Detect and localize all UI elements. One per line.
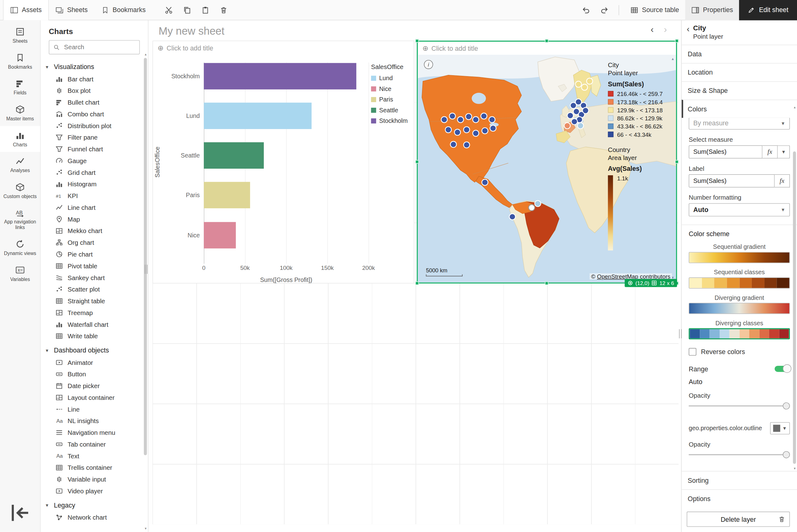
fx-button[interactable]: fx bbox=[775, 174, 790, 187]
number-formatting-dropdown[interactable]: Auto ▼ bbox=[689, 203, 790, 216]
asset-item-tab-container[interactable]: Tab container bbox=[40, 439, 148, 450]
asset-item-video-player[interactable]: Video player bbox=[40, 485, 148, 497]
section-size-shape[interactable]: Size & Shape bbox=[682, 81, 797, 99]
asset-item-scatter-plot[interactable]: Scatter plot bbox=[40, 284, 148, 295]
bar-legend-item-seattle[interactable]: Seattle bbox=[371, 107, 414, 114]
resize-handle-nw[interactable] bbox=[415, 39, 419, 42]
map-area[interactable]: i CityPoint layerSum(Sales)216.46k - < 2… bbox=[418, 55, 676, 282]
map-chart-object[interactable]: ⊕ Click to add title bbox=[417, 40, 677, 284]
tab-sheets[interactable]: Sheets bbox=[49, 0, 94, 20]
tab-bookmarks[interactable]: Bookmarks bbox=[94, 0, 152, 20]
rail-item-fields[interactable]: Fields bbox=[0, 74, 40, 100]
asset-item-waterfall-chart[interactable]: Waterfall chart bbox=[40, 319, 148, 330]
asset-item-variable-input[interactable]: Variable input bbox=[40, 474, 148, 485]
section-options[interactable]: Options bbox=[682, 489, 797, 508]
properties-button[interactable]: Properties bbox=[685, 0, 739, 20]
asset-item-navigation-menu[interactable]: Navigation menu bbox=[40, 427, 148, 439]
resize-handle-sw[interactable] bbox=[415, 281, 419, 285]
asset-section-legacy[interactable]: ▾Legacy bbox=[40, 497, 148, 512]
asset-item-line[interactable]: Line bbox=[40, 403, 148, 415]
rail-item-variables[interactable]: x=Variables bbox=[0, 261, 40, 287]
asset-item-mekko-chart[interactable]: Mekko chart bbox=[40, 225, 148, 237]
opacity-slider[interactable] bbox=[689, 402, 790, 410]
properties-resize-grip[interactable] bbox=[679, 329, 682, 339]
asset-item-animator[interactable]: Animator bbox=[40, 357, 148, 368]
scroll-down-icon[interactable]: ▼ bbox=[792, 467, 797, 470]
rail-item-sheets[interactable]: Sheets bbox=[0, 22, 40, 48]
rail-item-custom-objects[interactable]: Custom objects bbox=[0, 178, 40, 204]
resize-handle-ne[interactable] bbox=[675, 39, 679, 42]
asset-item-bar-chart[interactable]: Bar chart bbox=[40, 73, 148, 85]
label-input[interactable] bbox=[689, 174, 774, 187]
edit-sheet-button[interactable]: Edit sheet bbox=[739, 0, 797, 20]
asset-item-straight-table[interactable]: Straight table bbox=[40, 295, 148, 307]
asset-item-gauge[interactable]: Gauge bbox=[40, 155, 148, 167]
search-input[interactable] bbox=[63, 43, 135, 51]
asset-item-funnel-chart[interactable]: Funnel chart bbox=[40, 143, 148, 155]
asset-item-kpi[interactable]: #1KPI bbox=[40, 190, 148, 202]
rail-item-analyses[interactable]: Analyses bbox=[0, 152, 40, 178]
scroll-down-icon[interactable]: ▼ bbox=[143, 527, 148, 530]
slider-handle[interactable] bbox=[783, 451, 790, 458]
resize-handle-w[interactable] bbox=[415, 160, 419, 164]
outline-opacity-slider[interactable] bbox=[689, 450, 790, 458]
undo-button[interactable] bbox=[578, 2, 594, 17]
source-table-button[interactable]: Source table bbox=[624, 0, 685, 20]
asset-item-layout-container[interactable]: Layout container bbox=[40, 392, 148, 403]
sheet-title[interactable]: My new sheet bbox=[159, 25, 224, 37]
bar-nice[interactable] bbox=[204, 222, 236, 248]
asset-item-combo-chart[interactable]: Combo chart bbox=[40, 108, 148, 120]
reverse-colors-row[interactable]: Reverse colors bbox=[689, 348, 790, 356]
properties-scrollbar[interactable]: ▲ ▼ bbox=[792, 106, 797, 470]
asset-item-button[interactable]: Button bbox=[40, 368, 148, 380]
asset-item-sankey-chart[interactable]: Sankey chart bbox=[40, 272, 148, 284]
resize-handle-s[interactable] bbox=[545, 281, 549, 285]
asset-item-trellis-container[interactable]: Trellis container bbox=[40, 462, 148, 474]
asset-item-box-plot[interactable]: Box plot bbox=[40, 85, 148, 97]
asset-section-visualizations[interactable]: ▾Visualizations bbox=[40, 58, 148, 73]
tab-assets[interactable]: Assets bbox=[3, 0, 49, 20]
map-scroll-up-icon[interactable]: ▲ bbox=[671, 57, 674, 60]
asset-item-pie-chart[interactable]: Pie chart bbox=[40, 248, 148, 260]
bar-legend-item-stockholm[interactable]: Stockholm bbox=[371, 117, 414, 125]
attribution-link[interactable]: OpenStreetMap contributors bbox=[597, 273, 670, 280]
info-icon[interactable]: i bbox=[424, 60, 433, 69]
bar-chart-object[interactable]: ⊕ Click to add title SalesOffice050k100k… bbox=[152, 40, 414, 284]
rail-item-master-items[interactable]: Master items bbox=[0, 100, 40, 126]
section-data[interactable]: Data bbox=[682, 44, 797, 63]
redo-button[interactable] bbox=[597, 0, 612, 20]
rail-item-dynamic-views[interactable]: Dynamic views bbox=[0, 235, 40, 261]
asset-item-map[interactable]: Map bbox=[40, 213, 148, 225]
cut-button[interactable] bbox=[161, 2, 176, 17]
rail-item-app-navigation-links[interactable]: ABApp navigation links bbox=[0, 203, 40, 235]
bar-stockholm[interactable] bbox=[204, 63, 356, 90]
asset-item-nl-insights[interactable]: AaNL insights bbox=[40, 415, 148, 427]
delete-button[interactable] bbox=[216, 2, 231, 17]
resize-handle-e[interactable] bbox=[675, 160, 679, 164]
asset-item-date-picker[interactable]: Date picker bbox=[40, 380, 148, 392]
section-sorting[interactable]: Sorting bbox=[682, 471, 797, 489]
range-toggle[interactable] bbox=[775, 366, 790, 372]
asset-item-bullet-chart[interactable]: Bullet chart bbox=[40, 97, 148, 108]
next-sheet-icon[interactable]: › bbox=[664, 24, 667, 35]
prev-sheet-icon[interactable]: ‹ bbox=[651, 24, 654, 35]
scheme-diverging-classes[interactable] bbox=[689, 328, 790, 339]
assets-scrollbar[interactable]: ▲ ▼ bbox=[143, 53, 148, 530]
section-colors[interactable]: Colors bbox=[682, 99, 797, 118]
rail-item-bookmarks[interactable]: Bookmarks bbox=[0, 48, 40, 74]
asset-item-histogram[interactable]: Histogram bbox=[40, 178, 148, 190]
asset-item-filter-pane[interactable]: Filter pane bbox=[40, 132, 148, 143]
bar-paris[interactable] bbox=[204, 182, 250, 208]
bar-lund[interactable] bbox=[204, 103, 312, 129]
color-mode-dropdown[interactable]: By measure ▼ bbox=[689, 118, 790, 129]
asset-item-line-chart[interactable]: Line chart bbox=[40, 202, 148, 213]
select-measure-input[interactable] bbox=[689, 145, 762, 158]
scheme-sequential-classes[interactable] bbox=[689, 277, 790, 288]
fx-button[interactable]: fx bbox=[762, 145, 778, 158]
assets-resize-grip[interactable] bbox=[145, 265, 147, 274]
asset-search[interactable] bbox=[49, 40, 140, 55]
bar-chart-title-placeholder[interactable]: ⊕ Click to add title bbox=[157, 44, 214, 52]
asset-item-org-chart[interactable]: Org chart bbox=[40, 237, 148, 248]
map-title-placeholder[interactable]: ⊕ Click to add title bbox=[422, 44, 478, 52]
section-location[interactable]: Location bbox=[682, 63, 797, 81]
